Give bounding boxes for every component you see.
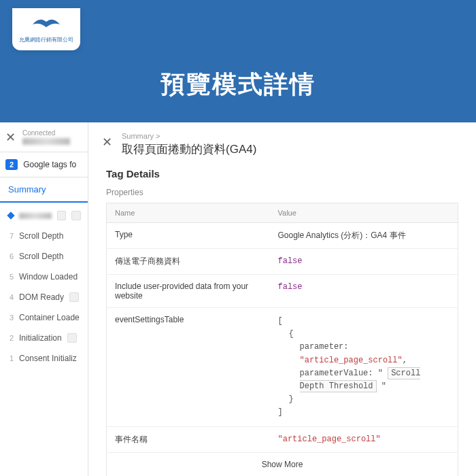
col-value: Value xyxy=(270,203,458,223)
tag-details-section: Tag Details Properties Name Value Type G… xyxy=(88,161,476,476)
show-more-button[interactable]: Show More xyxy=(107,452,458,476)
logo-card: 允鷹網路行銷有限公司 xyxy=(12,8,80,50)
event-number: 6 xyxy=(7,252,14,260)
event-row[interactable]: 4DOM Ready xyxy=(0,287,88,307)
tag-icon xyxy=(57,211,67,220)
table-row: Show More xyxy=(107,452,458,476)
event-label: Initialization xyxy=(19,333,62,343)
properties-heading: Properties xyxy=(106,188,458,197)
eagle-icon xyxy=(31,15,61,35)
event-row-current[interactable]: • xyxy=(0,205,88,226)
event-row[interactable]: 5Window Loaded xyxy=(0,267,88,287)
event-label: Window Loaded xyxy=(19,272,78,282)
sidebar-header: ✕ Connected xyxy=(0,122,88,152)
tag-icon xyxy=(69,292,79,302)
tag-icon xyxy=(67,333,77,343)
tag-icon xyxy=(71,211,81,220)
prop-value: Google Analytics (分析)：GA4 事件 xyxy=(270,223,458,249)
event-number: 3 xyxy=(7,313,14,322)
event-number: 1 xyxy=(7,354,14,362)
event-label: Scroll Depth xyxy=(19,231,63,241)
event-label: Container Loade xyxy=(19,313,80,322)
prop-name: Type xyxy=(107,223,270,249)
prop-value: false xyxy=(270,249,458,275)
tags-found-row[interactable]: 2 Google tags fo xyxy=(0,152,88,177)
event-number: 2 xyxy=(7,334,14,342)
event-list: • 7Scroll Depth 6Scroll Depth 5Window Lo… xyxy=(0,203,88,371)
event-label-blurred xyxy=(19,213,52,219)
prop-value: [ { parameter: "article_page_scroll", pa… xyxy=(270,308,458,427)
tag-details-heading: Tag Details xyxy=(106,168,458,180)
connected-domain xyxy=(22,138,70,145)
connected-label: Connected xyxy=(22,129,70,137)
close-icon[interactable]: ✕ xyxy=(102,135,112,150)
event-label: DOM Ready xyxy=(19,292,64,302)
prop-name: Include user-provided data from your web… xyxy=(107,275,270,308)
col-name: Name xyxy=(107,203,270,223)
table-row: 傳送電子商務資料 false xyxy=(107,249,458,275)
table-row: 事件名稱 "article_page_scroll" xyxy=(107,426,458,452)
prop-name: 傳送電子商務資料 xyxy=(107,249,270,275)
event-number: 4 xyxy=(7,293,14,301)
prop-value: "article_page_scroll" xyxy=(270,426,458,452)
table-row: Type Google Analytics (分析)：GA4 事件 xyxy=(107,223,458,249)
table-row: eventSettingsTable [ { parameter: "artic… xyxy=(107,308,458,427)
event-row[interactable]: 6Scroll Depth xyxy=(0,246,88,267)
prop-value: false xyxy=(270,275,458,308)
event-row[interactable]: 7Scroll Depth xyxy=(0,226,88,246)
logo-text: 允鷹網路行銷有限公司 xyxy=(19,36,73,44)
detail-panel: ✕ Summary > 取得頁面捲動的資料(GA4) Tag Details P… xyxy=(88,122,476,476)
event-label: Consent Initializ xyxy=(19,354,77,363)
event-row[interactable]: 2Initialization xyxy=(0,328,88,348)
connection-info: Connected xyxy=(22,129,70,145)
event-number: 5 xyxy=(7,273,14,281)
tag-count-badge: 2 xyxy=(5,159,18,170)
detail-header: ✕ Summary > 取得頁面捲動的資料(GA4) xyxy=(88,122,476,161)
prop-name: 事件名稱 xyxy=(107,426,270,452)
tab-summary[interactable]: Summary xyxy=(0,177,88,203)
close-icon[interactable]: ✕ xyxy=(5,130,16,145)
event-number: 7 xyxy=(7,232,14,240)
properties-table: Name Value Type Google Analytics (分析)：GA… xyxy=(106,203,458,476)
detail-title: 取得頁面捲動的資料(GA4) xyxy=(122,141,256,157)
app-frame: ✕ Connected 2 Google tags fo Summary • 7… xyxy=(0,122,476,476)
prop-name: eventSettingsTable xyxy=(107,308,270,427)
event-row[interactable]: 1Consent Initializ xyxy=(0,348,88,369)
sidebar: ✕ Connected 2 Google tags fo Summary • 7… xyxy=(0,122,88,476)
tags-found-text: Google tags fo xyxy=(23,160,76,169)
event-label: Scroll Depth xyxy=(19,252,63,261)
breadcrumb[interactable]: Summary > xyxy=(122,132,256,140)
hero-banner: 允鷹網路行銷有限公司 預覽模式詳情 xyxy=(0,0,476,122)
event-row[interactable]: 3Container Loade xyxy=(0,307,88,328)
table-row: Include user-provided data from your web… xyxy=(107,275,458,308)
